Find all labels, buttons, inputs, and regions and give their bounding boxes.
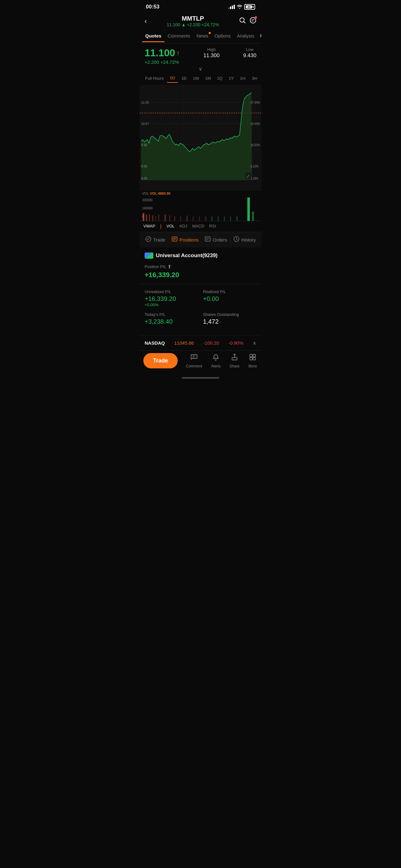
tab-options[interactable]: Options [211, 29, 234, 42]
tab-comments[interactable]: Comments [165, 29, 194, 42]
nasdaq-chart-icon: ∧ [253, 340, 257, 346]
chart-tab-1d[interactable]: 1D [178, 74, 190, 83]
notification-badge [255, 16, 257, 19]
back-button[interactable]: ‹ [144, 17, 147, 25]
realized-pl-value: +0.00 [203, 295, 257, 303]
trade-tab-trade[interactable]: Trade [145, 236, 166, 244]
chart-tab-1w[interactable]: 1W [190, 74, 202, 83]
chart-tab-1y[interactable]: 1Y [226, 74, 237, 83]
pnl-grid: Unrealized P/L +16,339.20 +0.00% Realize… [144, 289, 257, 307]
chart-tab-fullhours[interactable]: Full Hours [142, 74, 167, 83]
account-icon [144, 252, 153, 259]
header: ‹ MMTLP 11.100 ▲ +2.200 +24.72% [140, 12, 261, 28]
search-button[interactable] [239, 17, 246, 26]
today-pl-value: +3,238.40 [144, 318, 198, 325]
unrealized-pl-sub: +0.00% [144, 303, 198, 307]
header-price: 11.100 ▲ +2.200 +24.72% [167, 22, 219, 27]
indicator-macd[interactable]: MACD [192, 224, 204, 229]
divider [140, 284, 261, 284]
shares-outstanding-value: 1,472 [203, 318, 257, 325]
tab-analysis[interactable]: Analysis [234, 29, 257, 42]
nasdaq-pct: -0.90% [228, 340, 243, 346]
svg-text:9.80: 9.80 [141, 143, 147, 147]
volume-header: VOL VOL:4884.00 [140, 191, 261, 196]
svg-rect-39 [169, 215, 170, 221]
indicator-vwap[interactable]: VWAP [143, 224, 155, 229]
unrealized-pl-value: +16,339.20 [144, 295, 198, 303]
home-indicator [140, 375, 261, 381]
chart-time-tabs: Full Hours 5D 1D 1W 1M 1Q 1Y 1m 3m 5m [140, 72, 261, 85]
svg-text:16.53%: 16.53% [250, 144, 260, 147]
nasdaq-price: 11045.86 [174, 340, 194, 346]
svg-rect-37 [158, 215, 159, 221]
svg-rect-46 [211, 217, 212, 221]
price-expand-button[interactable]: ∨ [140, 66, 261, 72]
status-icons: 44 [228, 4, 255, 10]
position-pl-value: +16,339.20 [144, 271, 257, 279]
wifi-icon [237, 4, 242, 10]
bottom-nav: Trade Comment Alerts [140, 350, 261, 375]
chart-tab-1q[interactable]: 1Q [214, 74, 226, 83]
svg-text:26.93%: 26.93% [250, 122, 260, 126]
trade-button[interactable]: Trade [143, 353, 178, 368]
message-button[interactable] [249, 17, 257, 26]
tab-quotes[interactable]: Quotes [142, 29, 165, 42]
price-change: +2.200 +24.72% [144, 59, 180, 65]
trade-tab-positions[interactable]: Positions [171, 236, 199, 244]
trade-tab-orders[interactable]: Orders [205, 236, 227, 244]
nasdaq-bar[interactable]: NASDAQ 11045.86 -100.20 -0.90% ∧ [140, 335, 261, 350]
svg-rect-57 [205, 237, 210, 241]
svg-rect-45 [205, 216, 206, 221]
svg-rect-44 [199, 216, 200, 221]
svg-text:6.12%: 6.12% [250, 165, 259, 168]
nav-more[interactable]: More [248, 353, 257, 368]
chart-tab-1m[interactable]: 1M [202, 74, 214, 83]
svg-rect-63 [253, 354, 256, 357]
chart-tab-3m[interactable]: 3m [248, 74, 261, 83]
nav-comment[interactable]: Comment [186, 353, 202, 368]
svg-text:11.55: 11.55 [141, 101, 149, 105]
svg-rect-31 [140, 196, 261, 221]
nav-alerts[interactable]: Alerts [211, 353, 221, 368]
realized-pl-item: Realized P/L +0.00 [203, 289, 257, 307]
chart-tab-5d[interactable]: 5D [167, 74, 178, 83]
nav-share[interactable]: Share [230, 353, 239, 368]
indicator-kdj[interactable]: KDJ [179, 224, 188, 229]
shares-outstanding-item: Shares Outstanding 1,472 [203, 312, 257, 325]
account-section: Universal Account(9239) Position P/L ⬆ +… [140, 247, 261, 335]
header-actions [239, 17, 257, 26]
main-chart[interactable]: 11.55 10.67 9.80 8.93 8.05 37.34% 26.93%… [140, 85, 261, 191]
price-high: High 11.300 [203, 47, 220, 59]
svg-rect-52 [252, 212, 254, 221]
trade-tab-history[interactable]: History [233, 236, 256, 244]
nav-items: Comment Alerts Share [181, 353, 261, 368]
pnl-grid-2: Today's P/L +3,238.40 Shares Outstanding… [144, 312, 257, 325]
comment-icon [190, 353, 198, 363]
position-pl-row: Position P/L ⬆ +16,339.20 [144, 264, 257, 279]
price-section: 11.100 ↑ +2.200 +24.72% High 11.300 Low … [140, 43, 261, 66]
svg-rect-42 [187, 216, 188, 221]
chart-tab-1min[interactable]: 1m [237, 74, 248, 83]
svg-rect-48 [224, 216, 225, 221]
svg-rect-64 [250, 358, 252, 360]
svg-rect-49 [230, 217, 231, 221]
volume-chart: 320000 160000 0 [140, 196, 261, 221]
svg-rect-65 [253, 358, 256, 360]
current-price: 11.100 ↑ [144, 47, 180, 59]
alerts-icon [212, 353, 220, 363]
export-button[interactable]: ⬆ [167, 264, 171, 270]
chart-tab-5min[interactable]: 5m [261, 74, 261, 83]
price-left: 11.100 ↑ +2.200 +24.72% [144, 47, 180, 65]
unrealized-pl-item: Unrealized P/L +16,339.20 +0.00% [144, 289, 198, 307]
price-low: Low 9.430 [243, 47, 257, 59]
indicator-rsi[interactable]: RSI [209, 224, 216, 229]
indicator-vol[interactable]: VOL [166, 224, 175, 229]
svg-text:8.05: 8.05 [141, 176, 147, 180]
svg-rect-40 [174, 216, 175, 221]
tab-news[interactable]: News [193, 29, 211, 42]
svg-rect-47 [218, 216, 219, 221]
nasdaq-change: -100.20 [203, 340, 219, 346]
tabs-menu-button[interactable]: ≡ [257, 28, 261, 43]
header-center: MMTLP 11.100 ▲ +2.200 +24.72% [167, 15, 219, 27]
news-notification-dot [209, 32, 211, 34]
